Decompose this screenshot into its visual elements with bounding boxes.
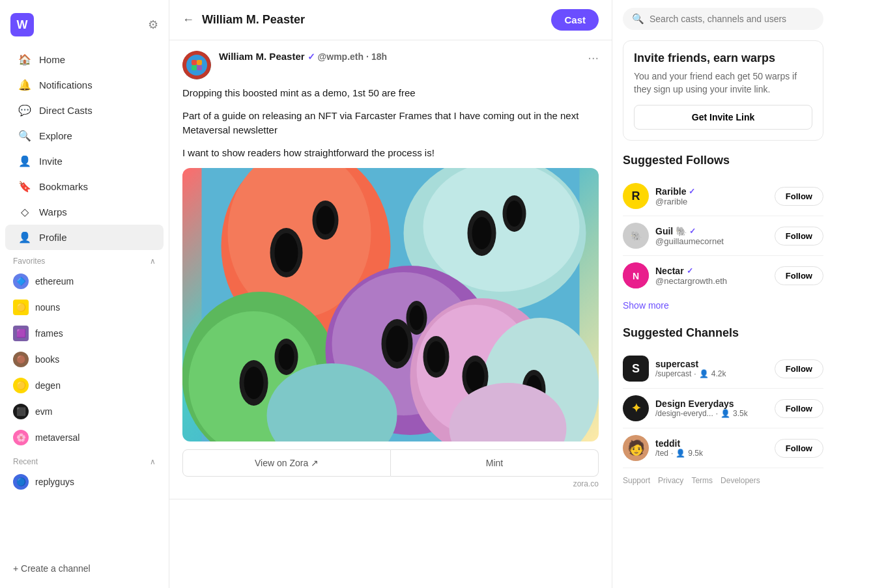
sidebar-item-evm[interactable]: ⬛ evm bbox=[0, 399, 169, 425]
books-avatar: 🟤 bbox=[13, 352, 29, 367]
settings-icon[interactable]: ⚙ bbox=[148, 18, 158, 32]
nav-direct-casts[interactable]: 💬 Direct Casts bbox=[5, 98, 164, 123]
post-text-1: Dropping this boosted mint as a demo, 1s… bbox=[182, 86, 599, 101]
svg-rect-3 bbox=[197, 60, 202, 65]
mint-button[interactable]: Mint bbox=[391, 449, 599, 477]
back-button[interactable]: ← bbox=[182, 13, 194, 27]
suggest-item-rarible: R Rarible ✓ @rarible Follow bbox=[623, 176, 823, 216]
explore-icon: 🔍 bbox=[18, 130, 31, 142]
design-everydays-name: Design Everydays bbox=[655, 399, 768, 409]
post-time: · bbox=[366, 51, 369, 62]
nectar-avatar-svg: N bbox=[623, 262, 649, 288]
suggested-follows-title: Suggested Follows bbox=[623, 154, 823, 167]
nav-bookmarks[interactable]: 🔖 Bookmarks bbox=[5, 174, 164, 199]
rarible-handle: @rarible bbox=[655, 197, 768, 206]
follow-rarible-button[interactable]: Follow bbox=[775, 187, 823, 206]
guil-avatar: 🐘 bbox=[623, 223, 649, 249]
svg-point-25 bbox=[279, 344, 294, 370]
feed: William M. Peaster ✓ @wmp.eth · 18h ··· … bbox=[169, 40, 612, 588]
developers-link[interactable]: Developers bbox=[721, 476, 760, 485]
nav-notifications[interactable]: 🔔 Notifications bbox=[5, 72, 164, 98]
teddit-meta: /ted · 👤 9.5k bbox=[655, 449, 768, 458]
teddit-avatar: 🧑 bbox=[623, 435, 649, 461]
show-more-button[interactable]: Show more bbox=[623, 295, 823, 321]
footer-links: Support Privacy Terms Developers bbox=[623, 468, 823, 493]
recent-collapse-icon[interactable]: ∧ bbox=[150, 457, 156, 466]
author-info: William M. Peaster ✓ @wmp.eth · 18h bbox=[219, 51, 387, 62]
replyguys-avatar: 🔵 bbox=[13, 474, 29, 490]
invite-title: Invite friends, earn warps bbox=[634, 51, 812, 65]
recent-section-header: Recent ∧ bbox=[0, 451, 169, 469]
suggested-channels-section: Suggested Channels S supercast /supercas… bbox=[623, 326, 823, 468]
svg-point-27 bbox=[472, 217, 492, 249]
favorites-collapse-icon[interactable]: ∧ bbox=[150, 257, 156, 266]
design-everydays-info: Design Everydays /design-everyd... · 👤 3… bbox=[655, 399, 768, 418]
post-author: William M. Peaster ✓ @wmp.eth · 18h bbox=[182, 51, 387, 79]
right-panel: 🔍 Invite friends, earn warps You and you… bbox=[612, 0, 834, 588]
follow-guil-button[interactable]: Follow bbox=[775, 227, 823, 245]
members-icon-2: 👤 bbox=[721, 409, 730, 418]
nav-home[interactable]: 🏠 Home bbox=[5, 47, 164, 72]
guil-verified: ✓ bbox=[689, 227, 696, 236]
follow-nectar-button[interactable]: Follow bbox=[775, 266, 823, 285]
follow-supercast-button[interactable]: Follow bbox=[775, 359, 823, 378]
nectar-avatar: N bbox=[623, 262, 649, 288]
degen-avatar: 🟡 bbox=[13, 378, 29, 393]
sidebar: W ⚙ 🏠 Home 🔔 Notifications 💬 Direct Cast… bbox=[0, 0, 169, 588]
view-on-zora-button[interactable]: View on Zora ↗ bbox=[182, 449, 391, 477]
header-left: ← William M. Peaster bbox=[182, 13, 305, 27]
nav-profile[interactable]: 👤 Profile bbox=[5, 225, 164, 250]
invite-icon: 👤 bbox=[18, 155, 31, 167]
nav-warps[interactable]: ◇ Warps bbox=[5, 199, 164, 225]
sidebar-item-degen[interactable]: 🟡 degen bbox=[0, 372, 169, 399]
design-everydays-avatar: ✦ bbox=[623, 395, 649, 421]
sidebar-item-replyguys[interactable]: 🔵 replyguys bbox=[0, 469, 169, 495]
get-invite-link-button[interactable]: Get Invite Link bbox=[634, 105, 812, 130]
post-text-3: I want to show readers how straightforwa… bbox=[182, 146, 599, 161]
main-content: ← William M. Peaster Cast bbox=[169, 0, 612, 588]
nav-explore[interactable]: 🔍 Explore bbox=[5, 123, 164, 148]
post-actions: View on Zora ↗ Mint bbox=[182, 449, 599, 477]
invite-desc: You and your friend each get 50 warps if… bbox=[634, 70, 812, 96]
verified-icon: ✓ bbox=[307, 51, 315, 62]
post-header: William M. Peaster ✓ @wmp.eth · 18h ··· bbox=[182, 51, 599, 79]
page-title: William M. Peaster bbox=[202, 13, 305, 27]
author-name[interactable]: William M. Peaster bbox=[219, 51, 305, 62]
sidebar-item-frames[interactable]: 🟪 frames bbox=[0, 320, 169, 346]
post-source: zora.co bbox=[182, 477, 599, 488]
profile-icon: 👤 bbox=[18, 231, 31, 244]
suggest-channel-supercast: S supercast /supercast · 👤 4.2k Follow bbox=[623, 349, 823, 389]
svg-rect-4 bbox=[192, 65, 197, 70]
svg-point-33 bbox=[427, 341, 446, 372]
post-card: William M. Peaster ✓ @wmp.eth · 18h ··· … bbox=[169, 40, 612, 499]
sidebar-item-books[interactable]: 🟤 books bbox=[0, 346, 169, 372]
teddit-name: teddit bbox=[655, 438, 768, 449]
evm-avatar: ⬛ bbox=[13, 404, 29, 419]
sidebar-item-metaversal[interactable]: 🌸 metaversal bbox=[0, 425, 169, 451]
privacy-link[interactable]: Privacy bbox=[658, 476, 683, 485]
supercast-name: supercast bbox=[655, 359, 768, 369]
follow-design-everydays-button[interactable]: Follow bbox=[775, 399, 823, 418]
app-logo[interactable]: W bbox=[10, 13, 34, 36]
svg-rect-5 bbox=[197, 65, 202, 70]
sidebar-item-nouns[interactable]: 🟡 nouns bbox=[0, 294, 169, 320]
bookmarks-icon: 🔖 bbox=[18, 180, 31, 193]
svg-point-21 bbox=[317, 206, 335, 234]
svg-text:N: N bbox=[633, 271, 639, 281]
suggest-channel-teddit: 🧑 teddit /ted · 👤 9.5k Follow bbox=[623, 428, 823, 468]
create-channel-button[interactable]: + Create a channel bbox=[0, 557, 169, 580]
guil-name: Guil 🐘 ✓ bbox=[655, 226, 768, 236]
search-icon: 🔍 bbox=[632, 13, 644, 25]
nav-invite[interactable]: 👤 Invite bbox=[5, 148, 164, 174]
members-icon: 👤 bbox=[699, 369, 709, 378]
svg-point-23 bbox=[244, 367, 264, 399]
guil-info: Guil 🐘 ✓ @guillaumecornet bbox=[655, 226, 768, 246]
sidebar-item-ethereum[interactable]: 🔷 ethereum bbox=[0, 268, 169, 294]
cast-button[interactable]: Cast bbox=[551, 9, 599, 31]
support-link[interactable]: Support bbox=[623, 476, 650, 485]
follow-teddit-button[interactable]: Follow bbox=[775, 439, 823, 458]
terms-link[interactable]: Terms bbox=[691, 476, 713, 485]
search-input[interactable] bbox=[650, 14, 814, 24]
supercast-info: supercast /supercast · 👤 4.2k bbox=[655, 359, 768, 378]
more-options-button[interactable]: ··· bbox=[588, 51, 599, 64]
